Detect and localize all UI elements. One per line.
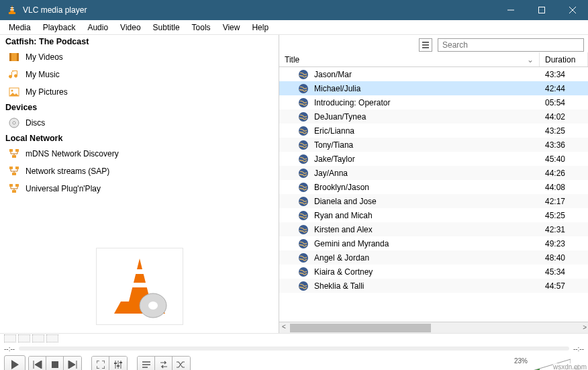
column-duration[interactable]: Duration xyxy=(540,52,588,66)
view-mode-button[interactable] xyxy=(419,38,432,52)
playlist-header: Title ⌄ Duration xyxy=(279,52,588,67)
sidebar-item-universal-plug-n-play[interactable]: Universal Plug'n'Play xyxy=(0,180,279,197)
svg-rect-3 xyxy=(539,7,545,13)
total-time: --:-- xyxy=(573,345,584,353)
globe-icon xyxy=(298,196,309,207)
sidebar-item-discs[interactable]: Discs xyxy=(0,114,279,132)
globe-icon xyxy=(298,281,309,291)
sidebar-item-my-pictures[interactable]: My Pictures xyxy=(0,83,279,101)
menu-media[interactable]: Media xyxy=(3,21,37,34)
globe-icon xyxy=(298,267,309,277)
playlist-row[interactable]: Introducing: Operator05:54 xyxy=(279,95,588,109)
menu-playback[interactable]: Playback xyxy=(37,21,82,34)
playlist-row[interactable]: Ryan and Micah45:25 xyxy=(279,208,588,222)
vlc-cone-icon xyxy=(106,253,173,320)
search-input[interactable] xyxy=(438,38,584,52)
sort-arrow-icon: ⌄ xyxy=(527,55,534,64)
extra-button-4[interactable] xyxy=(46,334,58,342)
previous-button[interactable] xyxy=(29,357,46,370)
menu-subtitle[interactable]: Subtitle xyxy=(147,21,186,34)
sidebar-section-podcast[interactable]: Catfish: The Podcast xyxy=(0,35,279,48)
svg-rect-13 xyxy=(12,155,16,158)
globe-icon xyxy=(298,83,309,94)
sidebar-item-label: mDNS Network Discovery xyxy=(26,149,119,158)
column-title[interactable]: Title ⌄ xyxy=(279,52,540,66)
extended-settings-button[interactable] xyxy=(109,357,127,370)
svg-rect-11 xyxy=(9,149,13,152)
playlist-row[interactable]: Angel & Jordan48:40 xyxy=(279,250,588,265)
player-controls: --:-- --:-- 23% xyxy=(0,333,588,370)
scroll-left-icon[interactable]: < xyxy=(282,323,286,330)
playlist-row[interactable]: Eric/Lianna43:25 xyxy=(279,124,588,138)
extra-button-1[interactable] xyxy=(4,334,16,342)
svg-point-8 xyxy=(11,90,13,92)
playlist-row[interactable]: Tony/Tiana43:36 xyxy=(279,138,588,152)
sidebar-item-label: Network streams (SAP) xyxy=(26,167,109,176)
svg-rect-6 xyxy=(17,53,19,61)
stop-button[interactable] xyxy=(46,357,64,370)
menu-tools[interactable]: Tools xyxy=(186,21,217,34)
playlist-button[interactable] xyxy=(138,357,155,370)
loop-button[interactable] xyxy=(155,357,173,370)
next-icon xyxy=(68,361,77,369)
playlist-row[interactable]: Jay/Anna44:26 xyxy=(279,166,588,180)
film-icon xyxy=(8,51,20,63)
menu-audio[interactable]: Audio xyxy=(81,21,114,34)
artwork-placeholder xyxy=(96,248,183,325)
menu-video[interactable]: Video xyxy=(114,21,146,34)
track-title: Angel & Jordan xyxy=(314,253,540,263)
picture-icon xyxy=(8,86,20,98)
svg-rect-14 xyxy=(9,167,13,169)
svg-rect-41 xyxy=(114,363,117,364)
globe-icon xyxy=(298,111,309,122)
playlist-row[interactable]: Sheklia & Talli44:57 xyxy=(279,279,588,293)
playlist-row[interactable]: Kirsten and Alex42:31 xyxy=(279,222,588,236)
playlist-row[interactable]: Jake/Taylor45:40 xyxy=(279,152,588,166)
sidebar-item-my-videos[interactable]: My Videos xyxy=(0,48,279,66)
playlist-row[interactable]: Kiaira & Cortney45:34 xyxy=(279,265,588,279)
minimize-button[interactable] xyxy=(495,0,526,20)
column-duration-label: Duration xyxy=(545,55,575,64)
track-duration: 49:23 xyxy=(545,239,583,248)
seek-slider[interactable] xyxy=(19,346,569,351)
sidebar-item-label: Discs xyxy=(26,118,45,128)
sidebar-item-label: My Pictures xyxy=(26,87,68,97)
globe-icon xyxy=(298,238,309,249)
playlist-row[interactable]: Gemini and Myranda49:23 xyxy=(279,236,588,250)
extra-button-2[interactable] xyxy=(18,334,30,342)
fullscreen-button[interactable] xyxy=(92,357,109,370)
svg-rect-0 xyxy=(11,7,14,8)
play-button[interactable] xyxy=(4,355,26,370)
sidebar-section-network: Local Network xyxy=(0,132,279,145)
track-title: Ryan and Micah xyxy=(314,211,540,220)
close-button[interactable] xyxy=(557,0,588,20)
svg-rect-40 xyxy=(52,361,58,368)
track-duration: 05:54 xyxy=(545,98,583,107)
scroll-right-icon[interactable]: > xyxy=(583,324,587,331)
globe-icon xyxy=(298,252,309,263)
track-duration: 45:34 xyxy=(545,267,583,277)
extra-button-3[interactable] xyxy=(32,334,44,342)
track-duration: 48:40 xyxy=(545,253,583,263)
playlist-row[interactable]: Jason/Mar43:34 xyxy=(279,67,588,81)
playlist-row[interactable]: Michael/Julia42:44 xyxy=(279,81,588,95)
menu-view[interactable]: View xyxy=(217,21,246,34)
next-button[interactable] xyxy=(64,357,81,370)
menu-help[interactable]: Help xyxy=(246,21,275,34)
sidebar-item-network-streams-sap-[interactable]: Network streams (SAP) xyxy=(0,163,279,180)
playlist-row[interactable]: Dianela and Jose42:17 xyxy=(279,194,588,208)
play-icon xyxy=(11,360,19,369)
playlist-body[interactable]: Jason/Mar43:34Michael/Julia42:44Introduc… xyxy=(279,67,588,322)
svg-rect-12 xyxy=(15,149,19,152)
globe-icon xyxy=(298,210,309,221)
playlist-row[interactable]: Brooklyn/Jason44:08 xyxy=(279,180,588,194)
shuffle-button[interactable] xyxy=(173,357,190,370)
playlist-row[interactable]: DeJuan/Tynea44:02 xyxy=(279,109,588,124)
hscroll-thumb[interactable] xyxy=(290,324,431,332)
equalizer-icon xyxy=(114,361,122,369)
sidebar-item-mdns-network-discovery[interactable]: mDNS Network Discovery xyxy=(0,145,279,163)
maximize-button[interactable] xyxy=(526,0,557,20)
volume-percent: 23% xyxy=(514,357,528,365)
sidebar-item-my-music[interactable]: My Music xyxy=(0,66,279,83)
playlist-hscrollbar[interactable]: < > xyxy=(279,322,588,333)
